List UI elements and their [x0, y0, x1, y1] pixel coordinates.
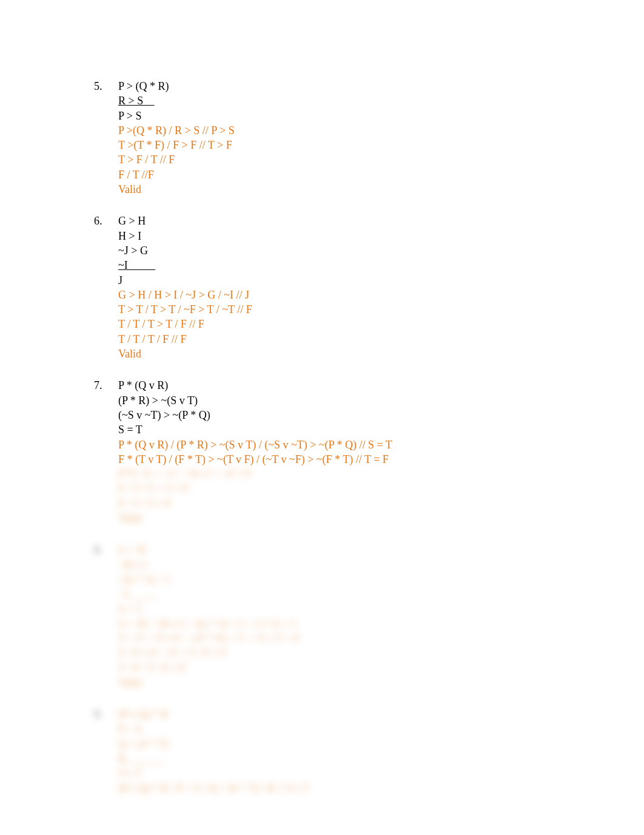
premise-line: H > I	[118, 229, 644, 243]
work-line: T >(T * F) / F > F // T > F	[118, 138, 644, 152]
work-line: T > T / ~T v F / ~(T * F) > T / ~T // T …	[118, 631, 644, 646]
work-line: T > F / T // F	[118, 152, 644, 167]
problem-number: 5.	[94, 79, 118, 93]
problem-9: 9. (P v Q) * R P > S Q > (S * T) R______…	[94, 707, 644, 796]
conclusion-line: S v T	[118, 766, 644, 780]
conclusion-line: S = T	[118, 422, 644, 437]
premise-line: R_______	[118, 751, 644, 766]
validity-line: Valid	[118, 675, 644, 690]
work-line: F / T / T > T // F	[118, 481, 644, 496]
problem-content: G > H H > I ~J > G ~I_____ J G > H / H >…	[118, 214, 644, 361]
work-line: F * (T v T) / (F * T) > ~(T v F) / (~T v…	[118, 452, 644, 467]
work-line: T > T / T > T / ~F > T / ~T // F	[118, 302, 644, 317]
problem-number: 9.	[94, 707, 118, 722]
work-line: (P v Q) * R / P > S / Q > (S * T) / R //…	[118, 781, 644, 796]
conclusion-line: G = I	[118, 602, 644, 617]
problem-content: P * (Q v R) (P * R) > ~(S v T) (~S v ~T)…	[118, 378, 644, 526]
work-line: T / T / T / F // F	[118, 332, 644, 347]
premise-line: P * (Q v R)	[118, 378, 644, 393]
premise-line: G > H	[118, 214, 644, 228]
premise-line: ~I_____	[118, 258, 644, 272]
problem-content: (P v Q) * R P > S Q > (S * T) R_______ S…	[118, 707, 644, 796]
work-line: G > H / H > I / ~J > G / ~I // J	[118, 288, 644, 302]
work-line: P >(Q * R) / R > S // P > S	[118, 123, 644, 138]
problem-number: 8.	[94, 543, 118, 557]
premise-line: ~J_____	[118, 587, 644, 601]
premise-line: ~(G * I) > J	[118, 572, 644, 587]
work-line: T / F v F / ~F > T / F // F	[118, 646, 644, 660]
work-line: T / T / T > T / F // F	[118, 317, 644, 331]
premise-line: P > (Q * R)	[118, 79, 644, 93]
premise-line: ~J > G	[118, 243, 644, 258]
validity-line: Valid	[118, 347, 644, 361]
work-line: F*T / F > ~T / ~Tv T > ~F // F	[118, 467, 644, 481]
work-line: F / T / T // F	[118, 496, 644, 511]
work-line: F / T //F	[118, 167, 644, 182]
problem-content: G > H ~H v I ~(G * I) > J ~J_____ G = I …	[118, 543, 644, 690]
blurred-section: 8. G > H ~H v I ~(G * I) > J ~J_____ G =…	[94, 543, 644, 796]
problem-6: 6. G > H H > I ~J > G ~I_____ J G > H / …	[94, 214, 644, 361]
conclusion-line: P > S	[118, 109, 644, 123]
premise-line: R > S__	[118, 93, 644, 108]
problem-number: 6.	[94, 214, 118, 228]
premise-line: (P * R) > ~(S v T)	[118, 393, 644, 408]
blurred-content: F*T / F > ~T / ~Tv T > ~F // F F / T / T…	[118, 467, 644, 526]
premise-line: ~H v I	[118, 558, 644, 572]
problem-content: P > (Q * R) R > S__ P > S P >(Q * R) / R…	[118, 79, 644, 197]
conclusion-line: J	[118, 273, 644, 288]
premise-line: (~S v ~T) > ~(P * Q)	[118, 408, 644, 422]
problem-8: 8. G > H ~H v I ~(G * I) > J ~J_____ G =…	[94, 543, 644, 690]
premise-line: G > H	[118, 543, 644, 557]
work-line: G > H / ~H v I / ~(G * I) > J / ~J // G …	[118, 617, 644, 631]
work-line: P * (Q v R) / (P * R) > ~(S v T) / (~S v…	[118, 438, 644, 452]
problem-number: 7.	[94, 378, 118, 393]
premise-line: (P v Q) * R	[118, 707, 644, 722]
premise-line: P > S	[118, 722, 644, 737]
premise-line: Q > (S * T)	[118, 737, 644, 751]
validity-line: Valid	[118, 182, 644, 197]
work-line: T / F / T / F // F	[118, 661, 644, 675]
problem-7: 7. P * (Q v R) (P * R) > ~(S v T) (~S v …	[94, 378, 644, 526]
problem-5: 5. P > (Q * R) R > S__ P > S P >(Q * R) …	[94, 79, 644, 197]
validity-line: Valid	[118, 511, 644, 526]
